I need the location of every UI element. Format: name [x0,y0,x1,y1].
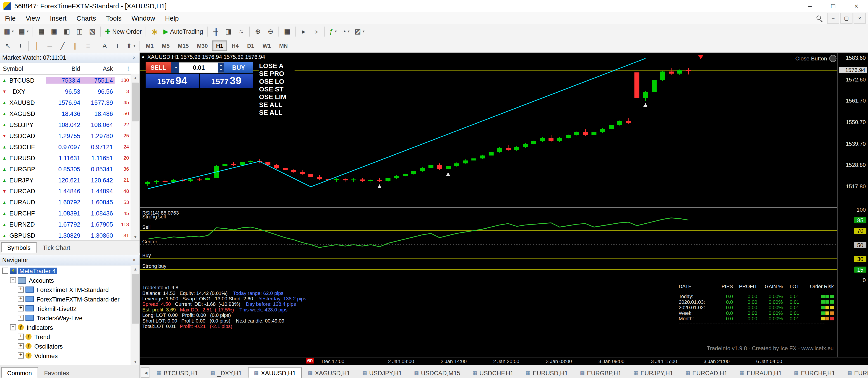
tree-item-indicators[interactable]: −ƒIndicators [0,323,131,332]
tab-tick-chart[interactable]: Tick Chart [37,242,76,253]
tab-scroll-left-button[interactable]: ◀ [141,367,150,378]
close-action-button-4[interactable]: OSE LIM [259,93,294,101]
market-watch-row-eurusd[interactable]: ▲EURUSD1.116311.1165120 [0,152,140,164]
chart-restore-button[interactable]: ▢ [840,13,852,24]
timeframe-m5[interactable]: M5 [158,40,174,51]
market-watch-row-euraud[interactable]: ▲EURAUD1.607921.6084553 [0,197,140,208]
tree-item-oscillators[interactable]: +ƒOscillators [0,341,131,351]
candlestick-mode-button[interactable]: ◨ [222,26,235,38]
indicators-list-button[interactable]: ƒ▾ [327,26,339,38]
mql5-community-button[interactable]: ◉ [148,26,160,38]
expand-icon[interactable]: + [18,343,24,349]
expand-icon[interactable]: + [18,352,24,358]
market-watch-row-usdcad[interactable]: ▼USDCAD1.297551.2978025 [0,130,140,141]
fibonacci-tool-button[interactable]: ≡ [82,39,94,52]
sell-price[interactable]: 1576 94 [146,74,199,88]
tab-favorites[interactable]: Favorites [38,367,75,378]
tree-item-tradersway-live[interactable]: +TradersWay-Live [0,313,131,323]
market-watch-row-eurnzd[interactable]: ▲EURNZD1.677921.67905113 [0,219,140,230]
close-action-button-2[interactable]: OSE LO [259,78,294,85]
trendline-tool-button[interactable]: ╱ [57,39,69,52]
close-action-button-5[interactable]: SE ALL [259,101,294,109]
zoom-out-button[interactable]: ⊖ [265,26,277,38]
close-action-button-6[interactable]: SE ALL [259,109,294,116]
scrollbar-thumb[interactable] [132,274,139,323]
menu-insert[interactable]: Insert [45,12,72,24]
collapse-icon[interactable]: − [10,277,16,283]
timeframe-m1[interactable]: M1 [142,40,157,51]
time-axis[interactable]: Dec 17:002 Jan 08:002 Jan 14:002 Jan 20:… [140,357,868,365]
tree-item-tickmill-live02[interactable]: +Tickmill-Live02 [0,304,131,313]
timeframe-mn[interactable]: MN [275,40,292,51]
scroll-up-icon[interactable]: ▲ [131,265,140,272]
cursor-tool-button[interactable]: ↖ [2,39,14,52]
chart-tab-xauusd-h1[interactable]: ▦XAUUSD,H1 [248,367,302,378]
chart-tab-xagusd-h1[interactable]: ▦XAGUSD,H1 [302,367,356,378]
buy-button[interactable]: BUY [224,62,253,73]
menu-window[interactable]: Window [126,12,160,24]
expand-icon[interactable]: + [18,306,24,312]
market-watch-row-_dxy[interactable]: ▼_DXY96.5396.563 [0,86,140,97]
timeframe-m15[interactable]: M15 [174,40,193,51]
chart-tab-eurchf-h1[interactable]: ▦EURCHF,H1 [788,367,841,378]
menu-charts[interactable]: Charts [71,12,101,24]
chart-tab--dxy-h1[interactable]: ▦_DXY,H1 [204,367,248,378]
search-icon[interactable] [816,15,823,22]
scroll-up-icon[interactable]: ▲ [131,74,140,82]
profiles-button[interactable]: ▤▾ [17,26,31,38]
timeframe-d1[interactable]: D1 [243,40,258,51]
strategy-tester-toggle-button[interactable]: ▧ [86,26,98,38]
market-watch-row-eurchf[interactable]: ▲EURCHF1.083911.0843645 [0,208,140,219]
market-watch-row-usdchf[interactable]: ▲USDCHF0.970970.9712124 [0,141,140,152]
channel-tool-button[interactable]: ∥ [69,39,82,52]
market-watch-toggle-button[interactable]: ▦ [35,26,48,38]
tile-windows-button[interactable]: ▦ [281,26,293,38]
menu-help[interactable]: Help [160,12,184,24]
lot-dropdown-icon[interactable]: ▼ [171,62,179,73]
market-watch-close-icon[interactable]: × [131,55,137,60]
close-action-button-1[interactable]: SE PRO [259,70,294,78]
close-button[interactable]: × [845,0,868,12]
expand-icon[interactable]: + [18,296,24,302]
timeframe-m30[interactable]: M30 [193,40,212,51]
column-symbol[interactable]: Symbol [0,65,46,72]
menu-view[interactable]: View [21,12,45,24]
zoom-in-button[interactable]: ⊕ [252,26,264,38]
chart-tab-usdcad-m15[interactable]: ▦USDCAD,M15 [408,367,466,378]
chart-tab-euraud-h1[interactable]: ▦EURAUD,H1 [734,367,788,378]
collapse-icon[interactable]: − [2,268,8,274]
chart-minimize-button[interactable]: – [827,13,839,24]
lot-increase-icon[interactable]: ▲ [218,63,224,68]
timeframe-h1[interactable]: H1 [212,40,227,51]
buy-price[interactable]: 1577 39 [200,74,253,88]
periods-button[interactable]: ◔▾ [340,26,352,38]
chart-tab-eurgbp-h1[interactable]: ▦EURGBP,H1 [574,367,627,378]
arrows-tool-button[interactable]: ⇑▾ [124,39,137,52]
lot-size-input[interactable] [179,63,218,72]
scroll-down-icon[interactable]: ▼ [131,357,140,365]
menu-tools[interactable]: Tools [101,12,127,24]
close-action-button-0[interactable]: LOSE A [259,62,294,70]
market-watch-scrollbar[interactable]: ▲ ▼ [131,74,140,241]
scroll-down-icon[interactable]: ▼ [131,233,140,240]
expand-icon[interactable]: + [18,315,24,321]
market-watch-row-btcusd[interactable]: ▲BTCUSD7533.47551.4180 [0,75,140,86]
chart-tab-usdjpy-h1[interactable]: ▦USDJPY,H1 [356,367,408,378]
chart-tab-eurnzd-h1[interactable]: ▦EURNZD,H1 [841,367,868,378]
tree-item-forextimefxtm-standard[interactable]: +ForexTimeFXTM-Standard [0,285,131,294]
navigator-close-icon[interactable]: × [131,257,137,263]
tree-item-volumes[interactable]: +ƒVolumes [0,351,131,360]
one-click-collapse-icon[interactable]: ▲ [141,54,145,58]
collapse-icon[interactable]: − [10,324,16,330]
column-ask[interactable]: Ask [82,65,115,72]
chart-tab-eurusd-h1[interactable]: ▦EURUSD,H1 [520,367,574,378]
bar-chart-mode-button[interactable]: ╫ [210,26,222,38]
templates-button[interactable]: ▨▾ [352,26,367,38]
data-window-toggle-button[interactable]: ▣ [48,26,60,38]
market-watch-row-gbpusd[interactable]: ▲GBPUSD1.308291.3086031 [0,230,140,241]
menu-file[interactable]: File [0,12,21,24]
market-watch-row-xagusd[interactable]: ▲XAGUSD18.43618.48650 [0,108,140,119]
terminal-toggle-button[interactable]: ◫ [73,26,86,38]
autotrading-button[interactable]: ▶AutoTrading [161,26,205,38]
tab-common[interactable]: Common [1,367,38,378]
